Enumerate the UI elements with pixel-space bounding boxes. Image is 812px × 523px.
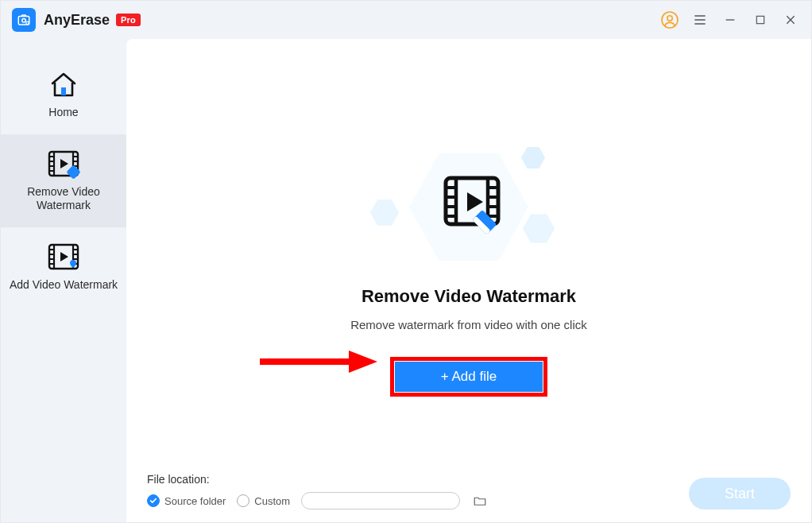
radio-label: Custom	[254, 495, 290, 507]
svg-point-4	[667, 16, 672, 21]
app-name: AnyErase	[44, 12, 110, 29]
pro-badge: Pro	[116, 14, 141, 26]
menu-icon[interactable]	[690, 10, 710, 29]
sidebar-item-label: Add Video Watermark	[10, 278, 118, 292]
add-file-button[interactable]: + Add file	[395, 362, 543, 392]
app-logo-icon	[12, 8, 36, 32]
sidebar-item-add-video-watermark[interactable]: Add Video Watermark	[1, 227, 126, 307]
video-erase-icon	[441, 173, 509, 237]
start-button[interactable]: Start	[689, 478, 791, 509]
radio-checked-icon	[147, 494, 160, 507]
add-file-highlight: + Add file	[390, 357, 547, 397]
hero-title: Remove Video Watermark	[362, 286, 576, 307]
file-location-label: File location:	[147, 473, 489, 486]
sidebar-item-label: Home	[48, 106, 78, 120]
custom-folder-radio[interactable]: Custom	[237, 494, 290, 507]
sidebar-item-label: Remove Video Watermark	[6, 185, 122, 213]
sidebar-item-home[interactable]: Home	[1, 55, 126, 134]
radio-label: Source folder	[164, 495, 226, 507]
svg-rect-5	[756, 16, 764, 23]
titlebar: AnyErase Pro	[1, 1, 811, 39]
svg-marker-14	[349, 351, 377, 373]
remove-video-watermark-icon	[47, 149, 80, 180]
annotation-arrow-icon	[258, 351, 377, 373]
minimize-icon[interactable]	[721, 10, 740, 29]
close-icon[interactable]	[781, 10, 800, 29]
main-panel: Remove Video Watermark Remove watermark …	[126, 39, 811, 522]
footer: File location: Source folder Custom	[147, 473, 791, 509]
user-account-icon[interactable]	[660, 10, 679, 29]
home-icon	[48, 69, 79, 101]
custom-path-input[interactable]	[301, 492, 460, 509]
maximize-icon[interactable]	[751, 10, 770, 29]
file-location-section: File location: Source folder Custom	[147, 473, 489, 509]
sidebar-item-remove-video-watermark[interactable]: Remove Video Watermark	[1, 134, 126, 227]
source-folder-radio[interactable]: Source folder	[147, 494, 226, 507]
sidebar: Home Remove Video Watermark	[1, 39, 126, 522]
hero-subtitle: Remove watermark from video with one cli…	[350, 318, 587, 331]
browse-folder-icon[interactable]	[471, 492, 489, 509]
radio-unchecked-icon	[237, 494, 249, 507]
svg-point-1	[22, 19, 26, 23]
svg-rect-6	[61, 87, 66, 95]
window-controls	[660, 10, 800, 29]
hero-area: Remove Video Watermark Remove watermark …	[147, 63, 791, 473]
hero-graphic	[365, 140, 572, 275]
app-window: AnyErase Pro	[0, 0, 812, 523]
app-body: Home Remove Video Watermark	[1, 39, 811, 522]
add-video-watermark-icon	[47, 242, 80, 273]
svg-point-3	[662, 12, 678, 28]
